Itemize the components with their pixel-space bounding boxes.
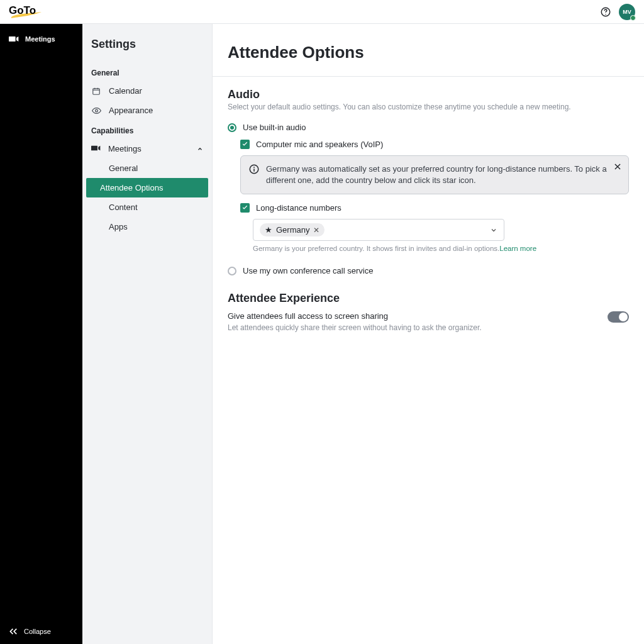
svg-rect-3	[93, 88, 100, 94]
calendar-icon	[91, 87, 101, 96]
sidebar-sub-general[interactable]: General	[82, 158, 212, 178]
checkbox-long-distance[interactable]: Long-distance numbers	[240, 203, 629, 213]
info-text: Germany was automatically set as your pr…	[266, 164, 607, 185]
left-rail: Meetings Collapse	[0, 24, 82, 644]
info-callout: Germany was automatically set as your pr…	[240, 155, 629, 194]
audio-desc: Select your default audio settings. You …	[228, 103, 629, 111]
country-chip-label: Germany	[276, 225, 309, 235]
checkbox-label: Computer mic and speakers (VoIP)	[256, 140, 383, 149]
page-title: Attendee Options	[213, 24, 644, 77]
learn-more-link[interactable]: Learn more	[499, 245, 536, 252]
sidebar-item-meetings[interactable]: Meetings	[82, 139, 212, 158]
experience-row-screen-sharing: Give attendees full access to screen sha…	[228, 311, 629, 332]
country-select[interactable]: ★ Germany ✕	[253, 219, 504, 241]
sidebar-item-appearance[interactable]: Appearance	[82, 101, 212, 120]
sidebar-section-capabilities: Capabilities	[82, 120, 212, 139]
rail-item-label: Meetings	[25, 35, 55, 43]
main-area: Attendee Options Audio Select your defau…	[213, 24, 644, 644]
sidebar-title: Settings	[82, 38, 212, 62]
checkbox-voip[interactable]: Computer mic and speakers (VoIP)	[240, 140, 629, 149]
radio-own-conference-service[interactable]: Use my own conference call service	[228, 266, 629, 275]
sidebar-item-label: Meetings	[108, 144, 142, 153]
collapse-button[interactable]: Collapse	[0, 619, 82, 644]
radio-dot-icon	[228, 123, 236, 132]
sidebar-sub-content[interactable]: Content	[82, 197, 212, 217]
chevron-up-icon	[197, 146, 203, 152]
toggle-screen-sharing[interactable]	[608, 311, 629, 323]
radio-use-builtin-audio[interactable]: Use built-in audio	[228, 123, 629, 132]
star-icon: ★	[265, 225, 272, 235]
sidebar-sub-apps[interactable]: Apps	[82, 217, 212, 236]
collapse-label: Collapse	[24, 628, 51, 635]
experience-row-desc: Let attendees quickly share their screen…	[228, 323, 482, 332]
checkbox-checked-icon	[240, 203, 250, 213]
brand-logo[interactable]: GoTo	[9, 4, 45, 20]
chevron-double-left-icon	[9, 628, 18, 635]
country-hint: Germany is your preferred country. It sh…	[253, 245, 629, 252]
checkbox-label: Long-distance numbers	[256, 203, 341, 213]
top-bar: GoTo MV	[0, 0, 644, 24]
radio-label: Use my own conference call service	[243, 266, 373, 275]
help-icon[interactable]	[600, 6, 611, 18]
avatar-initials: MV	[623, 9, 631, 15]
eye-icon	[91, 107, 101, 114]
sidebar-item-label: Appearance	[109, 106, 153, 115]
audio-heading: Audio	[228, 88, 629, 101]
rail-item-meetings[interactable]: Meetings	[0, 31, 82, 47]
avatar[interactable]: MV	[619, 4, 635, 20]
remove-chip-icon[interactable]: ✕	[313, 226, 319, 235]
experience-row-title: Give attendees full access to screen sha…	[228, 311, 482, 321]
svg-text:GoTo: GoTo	[9, 4, 36, 16]
video-icon	[91, 144, 101, 153]
radio-empty-icon	[228, 267, 236, 275]
sidebar-sub-attendee-options[interactable]: Attendee Options	[86, 178, 208, 197]
sidebar-item-calendar[interactable]: Calendar	[82, 81, 212, 101]
country-chip[interactable]: ★ Germany ✕	[260, 223, 325, 236]
sidebar-section-general: General	[82, 62, 212, 81]
sidebar-item-label: Calendar	[109, 86, 142, 96]
close-icon[interactable]	[613, 162, 622, 174]
svg-point-4	[95, 109, 97, 112]
experience-heading: Attendee Experience	[228, 292, 629, 305]
svg-point-2	[605, 14, 606, 15]
checkbox-checked-icon	[240, 140, 250, 149]
radio-label: Use built-in audio	[243, 123, 306, 132]
settings-sidebar: Settings General Calendar Appearance Cap…	[82, 24, 213, 644]
chevron-down-icon	[490, 226, 497, 234]
svg-point-6	[253, 167, 255, 168]
hint-text: Germany is your preferred country. It sh…	[253, 245, 499, 252]
video-icon	[9, 35, 19, 43]
info-icon	[248, 164, 260, 178]
